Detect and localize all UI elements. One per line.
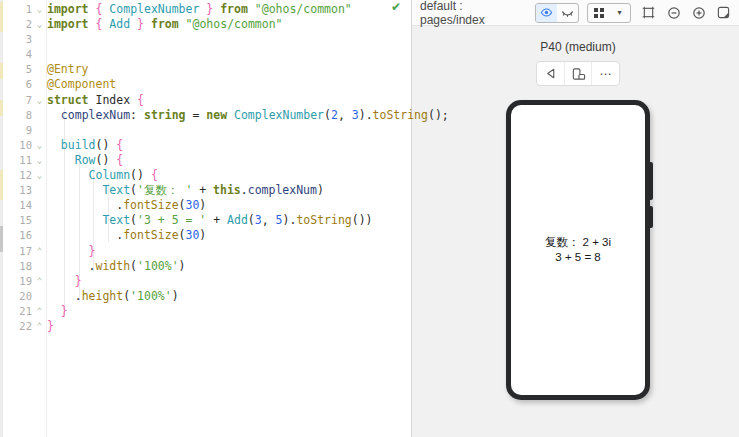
line-number[interactable]: 22 xyxy=(0,319,32,334)
code-line[interactable]: 9 xyxy=(0,123,411,138)
fold-open-icon[interactable]: ⌄ xyxy=(32,168,47,183)
code-line[interactable]: 11⌄ Row() { xyxy=(0,153,411,168)
code-text: .fontSize(30) xyxy=(47,198,411,213)
zoom-out-icon[interactable] xyxy=(666,5,681,21)
line-number[interactable]: 15 xyxy=(0,213,32,228)
power-button xyxy=(650,206,653,228)
code-text: struct Index { xyxy=(47,93,411,108)
line-number[interactable]: 16 xyxy=(0,228,32,243)
fold-spacer xyxy=(32,213,47,228)
fit-frame-icon[interactable] xyxy=(641,5,656,21)
line-number[interactable]: 2 xyxy=(0,17,32,32)
line-number[interactable]: 14 xyxy=(0,198,32,213)
code-area[interactable]: 1⌄import { ComplexNumber } from "@ohos/c… xyxy=(0,2,411,334)
code-line[interactable]: 21⌃ } xyxy=(0,304,411,319)
fold-open-icon[interactable]: ⌄ xyxy=(32,93,47,108)
preview-target-label: default : pages/index xyxy=(420,0,527,27)
grid-view-icon xyxy=(588,4,609,22)
line-number[interactable]: 1 xyxy=(0,2,32,17)
code-editor[interactable]: 1⌄import { ComplexNumber } from "@ohos/c… xyxy=(0,0,411,437)
fold-open-icon[interactable]: ⌄ xyxy=(32,2,47,17)
fold-open-icon[interactable]: ⌄ xyxy=(32,138,47,153)
fold-close-icon[interactable]: ⌃ xyxy=(32,304,47,319)
code-line[interactable]: 20 .height('100%') xyxy=(0,289,411,304)
previewer-toolbar: default : pages/index xyxy=(412,0,739,26)
line-number[interactable]: 3 xyxy=(0,32,32,47)
inspection-ok-icon[interactable]: ✔ xyxy=(391,0,401,14)
code-line[interactable]: 10⌄ build() { xyxy=(0,138,411,153)
back-button[interactable] xyxy=(537,62,564,85)
code-text: } xyxy=(47,274,411,289)
code-line[interactable]: 7⌄struct Index { xyxy=(0,93,411,108)
code-text xyxy=(47,123,411,138)
fold-spacer xyxy=(32,77,47,92)
code-text: } xyxy=(47,304,411,319)
code-line[interactable]: 15 Text('3 + 5 = ' + Add(3, 5).toString(… xyxy=(0,213,411,228)
code-text: } xyxy=(47,244,411,259)
code-line[interactable]: 3 xyxy=(0,32,411,47)
device-frame: 复数： 2 + 3i 3 + 5 = 8 xyxy=(506,100,650,400)
code-line[interactable]: 18 .width('100%') xyxy=(0,259,411,274)
device-screen[interactable]: 复数： 2 + 3i 3 + 5 = 8 xyxy=(511,105,645,395)
code-line[interactable]: 8 complexNum: string = new ComplexNumber… xyxy=(0,108,411,123)
code-line[interactable]: 1⌄import { ComplexNumber } from "@ohos/c… xyxy=(0,2,411,17)
line-number[interactable]: 10 xyxy=(0,138,32,153)
fold-spacer xyxy=(32,289,47,304)
fold-open-icon[interactable]: ⌄ xyxy=(32,153,47,168)
code-text: .fontSize(30) xyxy=(47,228,411,243)
line-number[interactable]: 20 xyxy=(0,289,32,304)
code-line[interactable]: 22⌃} xyxy=(0,319,411,334)
line-number[interactable]: 7 xyxy=(0,93,32,108)
preview-eye-icon[interactable] xyxy=(536,4,557,22)
code-text: Row() { xyxy=(47,153,411,168)
line-number[interactable]: 19 xyxy=(0,274,32,289)
rotate-device-button[interactable] xyxy=(564,62,592,85)
line-number[interactable]: 8 xyxy=(0,108,32,123)
code-line[interactable]: 14 .fontSize(30) xyxy=(0,198,411,213)
code-line[interactable]: 6@Component xyxy=(0,77,411,92)
line-number[interactable]: 5 xyxy=(0,62,32,77)
code-text: .height('100%') xyxy=(47,289,411,304)
fold-close-icon[interactable]: ⌃ xyxy=(32,244,47,259)
code-line[interactable]: 19⌃ } xyxy=(0,274,411,289)
previewer-panel: default : pages/index xyxy=(412,0,739,437)
preview-mode-toggle xyxy=(535,3,579,23)
open-window-icon[interactable] xyxy=(716,5,731,21)
line-number[interactable]: 9 xyxy=(0,123,32,138)
line-number[interactable]: 17 xyxy=(0,244,32,259)
back-icon xyxy=(544,67,557,80)
code-line[interactable]: 2⌄import { Add } from "@ohos/common" xyxy=(0,17,411,32)
code-text: } xyxy=(47,319,411,334)
fold-close-icon[interactable]: ⌃ xyxy=(32,274,47,289)
line-number[interactable]: 4 xyxy=(0,47,32,62)
line-number[interactable]: 18 xyxy=(0,259,32,274)
code-line[interactable]: 4 xyxy=(0,47,411,62)
layout-selector[interactable]: ▾ xyxy=(587,3,631,23)
line-number[interactable]: 11 xyxy=(0,153,32,168)
preview-text-sum: 3 + 5 = 8 xyxy=(555,250,600,265)
fold-close-icon[interactable]: ⌃ xyxy=(32,319,47,334)
zoom-in-icon[interactable] xyxy=(691,5,706,21)
code-line[interactable]: 17⌃ } xyxy=(0,244,411,259)
line-number[interactable]: 12 xyxy=(0,168,32,183)
fold-open-icon[interactable]: ⌄ xyxy=(32,17,47,32)
fold-spacer xyxy=(32,259,47,274)
code-line[interactable]: 12⌄ Column() { xyxy=(0,168,411,183)
code-line[interactable]: 5@Entry xyxy=(0,62,411,77)
line-number[interactable]: 6 xyxy=(0,77,32,92)
inspector-eye-closed-icon[interactable] xyxy=(557,4,578,22)
code-text: @Component xyxy=(47,77,411,92)
code-line[interactable]: 16 .fontSize(30) xyxy=(0,228,411,243)
line-number[interactable]: 21 xyxy=(0,304,32,319)
dropdown-chevron-icon: ▾ xyxy=(609,4,630,22)
code-line[interactable]: 13 Text('复数： ' + this.complexNum) xyxy=(0,183,411,198)
preview-text-complex: 复数： 2 + 3i xyxy=(545,235,611,250)
more-options-button[interactable]: ⋯ xyxy=(591,62,619,85)
code-text: @Entry xyxy=(47,62,411,77)
code-text: .width('100%') xyxy=(47,259,411,274)
fold-spacer xyxy=(32,62,47,77)
code-text: Column() { xyxy=(47,168,411,183)
line-number[interactable]: 13 xyxy=(0,183,32,198)
code-text xyxy=(47,47,411,62)
fold-spacer xyxy=(32,32,47,47)
